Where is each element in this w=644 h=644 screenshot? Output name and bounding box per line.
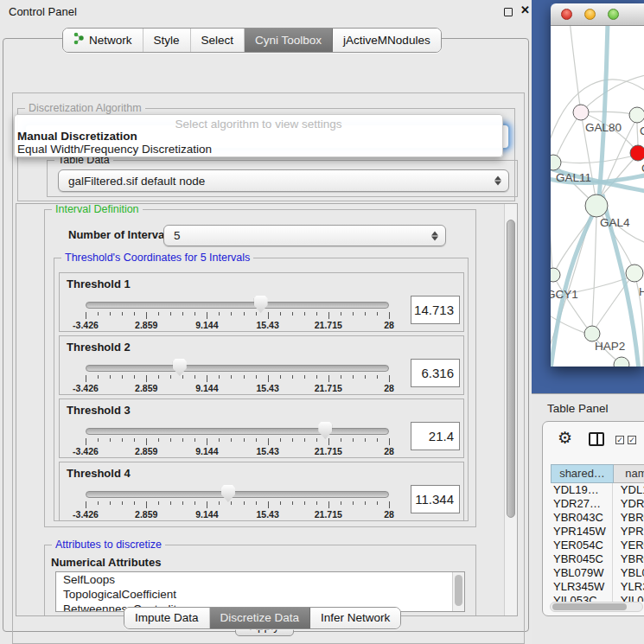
network-node[interactable] <box>614 357 629 367</box>
tab-network[interactable]: Network <box>63 29 143 52</box>
checkbox-checked-icon[interactable]: ✓ <box>628 436 636 444</box>
slider-thumb[interactable] <box>173 359 187 376</box>
threshold-value-field[interactable]: 21.4 <box>411 422 460 450</box>
tab-select[interactable]: Select <box>191 29 245 52</box>
checkbox-checked-icon[interactable]: ✓ <box>615 436 624 444</box>
table-row[interactable]: YIL053CYIL053C <box>551 594 644 602</box>
slider-track[interactable] <box>86 365 389 372</box>
slider-ticks <box>86 312 389 320</box>
slider-track[interactable] <box>86 491 389 498</box>
settings-scrollpane: Interval Definition Number of Intervals … <box>16 203 518 616</box>
slider-thumb[interactable] <box>254 296 268 313</box>
dropdown-option-equal-width[interactable]: Equal Width/Frequency Discretization <box>15 143 502 156</box>
table-row[interactable]: YLR345WYLR345W <box>551 580 644 594</box>
combo-stepper-icon <box>431 231 438 240</box>
node-table-container: ⚙ ✓ ✓ shared… name YDL19…YDL19YDR27…YDR2… <box>542 421 644 616</box>
network-node[interactable] <box>551 155 561 170</box>
number-of-intervals-label: Number of Intervals <box>68 228 174 241</box>
cyni-mode-tabs: Impute Data Discretize Data Infer Networ… <box>124 607 401 629</box>
tab-cyni-toolbox[interactable]: Cyni Toolbox <box>245 29 333 52</box>
control-panel-tabs: Network Style Select Cyni Toolbox jActiv… <box>62 28 442 53</box>
network-canvas[interactable]: GAL80GACGAL11GAL4GCY1HHAP2 <box>551 26 644 367</box>
table-data-combobox[interactable]: galFiltered.sif default node <box>58 169 509 192</box>
node-label: HAP2 <box>595 340 625 353</box>
table-panel-title: Table Panel <box>547 402 609 415</box>
threshold-value-field[interactable]: 14.713 <box>411 296 460 324</box>
network-view-window[interactable]: GAL80GACGAL11GAL4GCY1HHAP2 <box>551 3 644 367</box>
threshold-value-field[interactable]: 6.316 <box>411 359 460 387</box>
close-icon[interactable]: ✕ <box>520 3 530 16</box>
table-header: shared… name <box>551 464 644 483</box>
slider-thumb[interactable] <box>318 422 332 439</box>
slider-tick-labels: -3.4262.8599.14415.4321.71528 <box>86 383 389 394</box>
interval-definition-group: Interval Definition Number of Intervals … <box>44 209 476 527</box>
attribute-item[interactable]: TopologicalCoefficient <box>56 587 464 602</box>
scrollbar-thumb[interactable] <box>507 220 515 518</box>
table-row[interactable]: YBL079WYBL079W <box>551 566 644 580</box>
network-node[interactable] <box>630 145 644 161</box>
gear-icon[interactable]: ⚙ <box>558 429 572 448</box>
numerical-attributes-list[interactable]: SelfLoopsTopologicalCoefficientBetweenne… <box>55 571 465 612</box>
dropdown-prompt: Select algorithm to view settings <box>15 115 502 130</box>
tab-impute-data[interactable]: Impute Data <box>124 608 210 628</box>
table-row[interactable]: YDL19…YDL19 <box>551 483 644 497</box>
table-data-group: Table Data galFiltered.sif default node <box>47 160 518 197</box>
tab-jactivemnodules[interactable]: jActiveMNodules <box>333 29 441 52</box>
group-title: Interval Definition <box>52 203 143 215</box>
column-header-name[interactable]: name <box>614 464 644 483</box>
slider-thumb[interactable] <box>221 485 235 502</box>
column-layout-icon[interactable] <box>589 432 604 446</box>
horizontal-scrollbar[interactable] <box>550 602 643 612</box>
threshold-panel: Threshold 2-3.4262.8599.14415.4321.71528… <box>59 335 464 395</box>
node-label: GAL80 <box>585 121 622 134</box>
network-node[interactable] <box>573 105 589 120</box>
threshold-panel: Threshold 1-3.4262.8599.14415.4321.71528… <box>59 272 464 332</box>
table-row[interactable]: YBR043CYBR043C <box>551 511 644 525</box>
table-row[interactable]: YER054CYER054C <box>551 539 644 552</box>
combo-stepper-icon <box>494 176 501 186</box>
slider-track[interactable] <box>86 302 389 309</box>
tab-style[interactable]: Style <box>143 29 191 52</box>
scrollbar-thumb[interactable] <box>552 603 627 610</box>
control-panel: Control Panel ✕ Network Style Select Cyn… <box>0 0 532 644</box>
slider-track[interactable] <box>86 428 389 435</box>
group-title: Threshold's Coordinates for 5 Intervals <box>61 252 253 264</box>
group-title: Discretization Algorithm <box>25 102 145 114</box>
list-scrollbar[interactable] <box>452 572 464 611</box>
node-label: GCY1 <box>551 288 578 301</box>
slider-ticks <box>86 438 389 446</box>
float-window-icon[interactable] <box>504 8 513 16</box>
vertical-scrollbar[interactable] <box>504 204 517 615</box>
slider-ticks <box>86 501 389 509</box>
algorithm-dropdown-popup: Select algorithm to view settings Manual… <box>14 114 503 157</box>
network-node[interactable] <box>629 107 644 123</box>
tab-discretize-data[interactable]: Discretize Data <box>210 608 311 628</box>
number-of-intervals-combobox[interactable]: 5 <box>163 225 446 246</box>
group-title: Attributes to discretize <box>52 539 165 551</box>
network-node[interactable] <box>585 194 608 217</box>
table-row[interactable]: YBR045CYBR045C <box>551 552 644 566</box>
node-label: GAL4 <box>600 216 630 229</box>
threshold-label: Threshold 1 <box>67 277 131 290</box>
table-row[interactable]: YDR27…YDR27 <box>551 497 644 511</box>
node-label: H <box>639 285 644 298</box>
attribute-item[interactable]: SelfLoops <box>56 572 464 587</box>
network-window-titlebar[interactable] <box>551 3 644 26</box>
close-traffic-light-icon[interactable] <box>561 9 572 20</box>
node-label: GAL11 <box>556 171 591 184</box>
tab-infer-network[interactable]: Infer Network <box>310 608 400 628</box>
network-node[interactable] <box>626 265 643 282</box>
attributes-group: Attributes to discretize Numerical Attri… <box>44 545 476 616</box>
cyni-toolbox-panel: Discretization Algorithm Table Data galF… <box>3 38 529 632</box>
threshold-panel: Threshold 4-3.4262.8599.14415.4321.71528… <box>59 462 464 521</box>
zoom-traffic-light-icon[interactable] <box>608 9 619 20</box>
table-row[interactable]: YPR145WYPR145W <box>551 525 644 539</box>
numerical-attributes-label: Numerical Attributes <box>51 556 161 569</box>
dropdown-option-manual[interactable]: Manual Discretization <box>15 130 502 143</box>
node-label: GA <box>640 124 644 137</box>
threshold-value-field[interactable]: 11.344 <box>411 485 460 513</box>
slider-tick-labels: -3.4262.8599.14415.4321.71528 <box>86 446 389 457</box>
network-node[interactable] <box>551 268 560 282</box>
column-header-shared-name[interactable]: shared… <box>551 464 614 483</box>
minimize-traffic-light-icon[interactable] <box>584 9 596 20</box>
